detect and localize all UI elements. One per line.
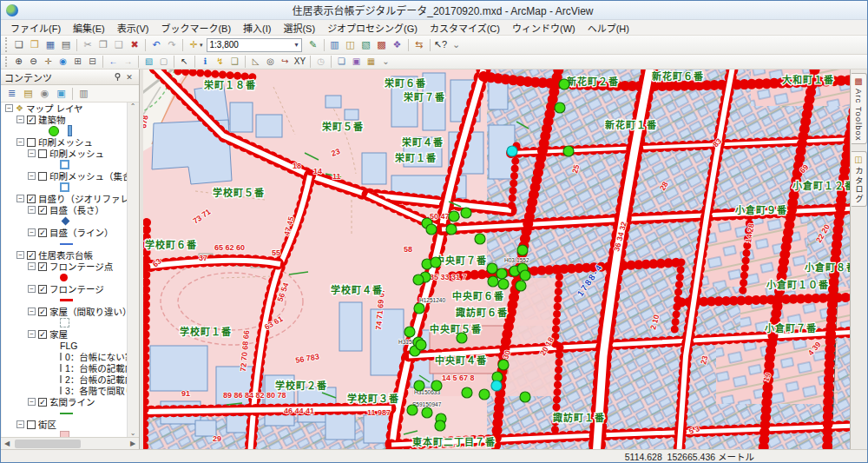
tree-row-0[interactable]: −❖マップ レイヤ [2, 103, 138, 114]
layer-checkbox[interactable]: ✓ [38, 308, 47, 316]
delete-button[interactable]: ✖ [127, 38, 142, 52]
layer-checkbox[interactable] [27, 138, 36, 147]
expand-icon[interactable]: − [28, 149, 36, 157]
tree-row-18[interactable]: −✓家屋（間取り違い） [2, 306, 138, 317]
expand-icon[interactable]: − [5, 104, 13, 112]
full-extent-tool[interactable]: ◉ [56, 56, 70, 68]
toolbar-overflow-2[interactable]: ⌄ [378, 56, 393, 68]
tree-row-9[interactable]: −✓目盛（長さ） [2, 204, 138, 215]
layer-checkbox[interactable]: ✓ [38, 285, 47, 294]
expand-icon[interactable]: − [16, 195, 24, 202]
identify-tool[interactable]: ℹ [198, 56, 213, 68]
menu-7[interactable]: カスタマイズ(C) [424, 20, 506, 36]
toc-options[interactable]: ▥ [76, 87, 92, 101]
fixed-zoom-out-tool[interactable]: ⊟ [85, 56, 100, 68]
find-tool[interactable]: ◎ [263, 56, 278, 68]
expand-icon[interactable]: − [28, 262, 36, 270]
select-elements-tool[interactable]: ↖ [177, 56, 192, 68]
time-slider-tool[interactable]: ◷ [313, 56, 328, 68]
catalog-window-button[interactable]: ◫ [343, 38, 358, 52]
hyperlink-tool[interactable]: ↯ [213, 56, 227, 68]
list-by-selection[interactable]: ▣ [53, 87, 69, 101]
back-extent-tool[interactable]: ← [106, 56, 121, 68]
title-bar[interactable]: 住居表示台帳デジタルデータ_20170920.mxd - ArcMap - Ar… [1, 1, 867, 20]
list-by-source[interactable]: ▤ [20, 87, 36, 101]
map-viewport[interactable]: 67873 7165 62 605547 45376356 5463 61231… [143, 69, 850, 449]
toc-window-button[interactable]: ▥ [327, 38, 343, 52]
layer-checkbox[interactable] [38, 149, 47, 158]
layer-checkbox[interactable]: ✓ [27, 195, 36, 203]
tree-row-3[interactable]: −印刷メッシュ [2, 136, 138, 148]
layer-checkbox[interactable]: ✓ [27, 251, 36, 260]
layer-checkbox[interactable]: ✓ [38, 228, 47, 237]
tree-row-28[interactable]: −街区 [2, 419, 138, 430]
map-scale-combo[interactable]: 1:3,800▾ [207, 38, 302, 52]
expand-icon[interactable]: − [16, 116, 24, 123]
copy-button[interactable]: ❐ [95, 38, 111, 52]
go-to-xy-tool[interactable]: XY [293, 56, 307, 68]
menu-3[interactable]: ブックマーク(B) [155, 20, 237, 36]
scrollbar-thumb[interactable] [15, 440, 81, 448]
tab-catalog[interactable]: ◫カタログ [852, 151, 867, 207]
zoom-in-tool[interactable]: ⊕ [11, 56, 26, 68]
menu-8[interactable]: ウィンドウ(W) [506, 20, 582, 36]
tree-row-13[interactable]: −✓住居表示台帳 [2, 249, 138, 261]
arctoolbox-window-button[interactable]: ▩ [374, 38, 390, 52]
tree-row-6[interactable]: −印刷メッシュ（集合住宅 [2, 170, 138, 182]
chevron-down-icon[interactable]: ▾ [295, 41, 299, 49]
map-canvas[interactable]: 67873 7165 62 605547 45376356 5463 61231… [143, 69, 850, 449]
expand-icon[interactable]: − [28, 285, 36, 293]
menu-6[interactable]: ジオプロセシング(G) [321, 20, 424, 36]
html-popup-tool[interactable]: ❑ [227, 56, 242, 68]
layer-checkbox[interactable]: ✓ [27, 116, 36, 124]
print-button[interactable]: ▤ [58, 38, 74, 52]
tab-arctoolbox[interactable]: ▩Arc Toolbox [852, 73, 867, 144]
select-features-tool[interactable]: ▧ [141, 56, 156, 68]
paste-button[interactable]: ❑ [111, 38, 127, 52]
layer-checkbox[interactable]: ✓ [38, 330, 47, 339]
layer-checkbox[interactable] [38, 172, 47, 181]
scroll-right-icon[interactable]: ▶ [127, 440, 139, 447]
layer-checkbox[interactable]: ✓ [38, 262, 47, 271]
open-document-button[interactable]: ❒ [27, 38, 43, 52]
expand-icon[interactable]: − [28, 330, 36, 338]
tree-row-1[interactable]: −✓建築物 [2, 114, 138, 125]
tree-vertical-scrollbar[interactable]: ⌃⌄ [127, 103, 138, 437]
whats-this-button[interactable]: ↖? [433, 38, 449, 52]
layer-checkbox[interactable]: ✓ [38, 206, 47, 215]
pan-tool[interactable]: ✛ [41, 56, 56, 68]
editor-toolbar-button[interactable]: ✎ [306, 38, 321, 52]
expand-icon[interactable]: − [28, 398, 36, 406]
menu-9[interactable]: ヘルプ(H) [582, 20, 635, 36]
tree-row-4[interactable]: −印刷メッシュ [2, 148, 138, 159]
python-window-button[interactable]: ❖ [390, 38, 405, 52]
save-button[interactable]: ▦ [43, 38, 58, 52]
expand-icon[interactable]: − [28, 172, 36, 180]
expand-icon[interactable]: − [28, 228, 36, 236]
tree-row-16[interactable]: −✓フロンテージ [2, 283, 138, 294]
tree-row-14[interactable]: −✓フロンテージ点 [2, 261, 138, 272]
tree-row-11[interactable]: −✓目盛（ライン） [2, 227, 138, 238]
tree-row-26[interactable]: −✓玄関ライン [2, 396, 138, 407]
layer-checkbox[interactable] [27, 420, 36, 429]
layer-checkbox[interactable]: ✓ [38, 398, 47, 407]
scroll-left-icon[interactable]: ◀ [1, 440, 13, 447]
expand-icon[interactable]: − [16, 138, 24, 146]
magnifier-tool[interactable]: ▣ [349, 56, 364, 68]
tree-row-8[interactable]: −✓目盛り（ジオリファレンス用） [2, 193, 138, 204]
list-by-visibility[interactable]: ◉ [36, 87, 53, 101]
add-data-button-dropdown[interactable]: ▾ [200, 42, 203, 49]
find-route-tool[interactable]: ↪ [278, 56, 293, 68]
measure-tool[interactable]: ◺ [248, 56, 263, 68]
menu-5[interactable]: 選択(S) [277, 20, 321, 36]
tree-row-20[interactable]: −✓家屋 [2, 328, 138, 340]
menu-4[interactable]: 挿入(I) [237, 20, 277, 36]
fixed-zoom-in-tool[interactable]: ⊞ [70, 56, 85, 68]
toolbar-overflow[interactable]: ⌄ [449, 38, 464, 52]
menu-2[interactable]: 表示(V) [111, 20, 155, 36]
expand-icon[interactable]: − [28, 308, 36, 315]
cut-button[interactable]: ✂ [80, 38, 95, 52]
forward-extent-tool[interactable]: → [121, 56, 135, 68]
overview-tool[interactable]: ▦ [364, 56, 378, 68]
schematics-button[interactable]: ⇆ [411, 38, 427, 52]
